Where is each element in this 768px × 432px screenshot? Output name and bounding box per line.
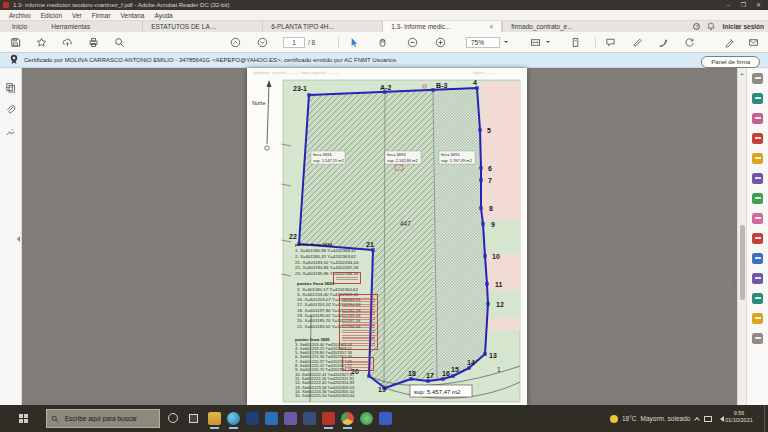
page-thumbnails-icon[interactable] (5, 82, 16, 93)
tab-tools[interactable]: Herramientas (39, 21, 102, 32)
protect-pdf-icon[interactable] (752, 253, 763, 264)
scrollbar-thumb[interactable] (740, 225, 745, 300)
search-tools-icon[interactable] (752, 73, 763, 84)
comment-icon[interactable] (752, 153, 763, 164)
hand-tool-icon[interactable] (377, 37, 388, 48)
tab-close-icon[interactable]: × (489, 21, 493, 32)
clock-time: 9:56 (722, 410, 756, 417)
menu-archivo[interactable]: Archivo (4, 10, 36, 21)
tab-document[interactable]: 6-PLANTA TIPO 4H... (262, 21, 382, 32)
prepare-form-icon[interactable] (752, 273, 763, 284)
zoom-in-icon[interactable] (435, 37, 446, 48)
tab-label: firmado_contrato_e... (511, 21, 614, 32)
select-tool-icon[interactable] (348, 37, 359, 48)
single-page-view-icon[interactable] (570, 37, 581, 48)
sign-in-button[interactable]: Iniciar sesión (722, 23, 764, 30)
organize-pages-icon[interactable] (752, 193, 763, 204)
acrobat-icon[interactable] (322, 412, 335, 425)
taskbar-weather[interactable]: 18°C Mayorm. soleado (610, 405, 690, 432)
tab-document[interactable]: firmado_contrato_e... (502, 21, 622, 32)
pdf-page[interactable]: polígono · parcela ——— finca registral —… (247, 68, 527, 405)
tab-label: 6-PLANTA TIPO 4H... (271, 21, 374, 32)
combine-files-icon[interactable] (752, 173, 763, 184)
cloud-upload-icon[interactable] (62, 37, 73, 48)
scroll-up-icon[interactable] (740, 71, 744, 75)
edit-pdf-icon[interactable] (752, 113, 763, 124)
menu-ventana[interactable]: Ventana (116, 10, 150, 21)
page-number-input[interactable]: 1 (283, 37, 305, 48)
stamp-icon[interactable] (752, 313, 763, 324)
send-share-icon[interactable] (684, 37, 695, 48)
previous-page-icon[interactable] (230, 37, 241, 48)
map-point-11: 11 (495, 281, 503, 288)
bell-icon[interactable] (707, 22, 715, 32)
svg-text:finca 3694: finca 3694 (313, 152, 332, 157)
compress-pdf-icon[interactable] (752, 213, 763, 224)
task-view-icon[interactable] (189, 414, 198, 423)
word-icon[interactable] (246, 412, 259, 425)
whatsapp-icon[interactable] (360, 412, 373, 425)
close-button[interactable]: ✕ (751, 0, 766, 10)
minimize-button[interactable]: – (721, 0, 736, 10)
photos-icon[interactable] (303, 412, 316, 425)
zoom-caret-icon[interactable] (504, 41, 508, 45)
tab-label: ESTATUTOS DE LA ... (151, 21, 254, 32)
collapse-left-panel-icon[interactable] (14, 236, 20, 242)
attachments-icon[interactable] (5, 104, 16, 115)
fill-sign-icon[interactable] (752, 233, 763, 244)
cortana-icon[interactable] (168, 413, 178, 423)
measure-icon[interactable] (752, 293, 763, 304)
mail-icon[interactable] (265, 412, 278, 425)
zoom-level-select[interactable]: 75% (466, 37, 500, 48)
taskbar-search[interactable] (46, 409, 160, 428)
menu-firmar[interactable]: Firmar (87, 10, 116, 21)
search-icon[interactable] (114, 37, 125, 48)
print-icon[interactable] (88, 37, 99, 48)
menu-ver[interactable]: Ver (67, 10, 87, 21)
show-desktop-button[interactable] (764, 405, 768, 432)
maximize-button[interactable]: ❐ (736, 0, 751, 10)
save-icon[interactable] (10, 37, 21, 48)
tab-document[interactable]: ESTATUTOS DE LA ... (142, 21, 262, 32)
edge-icon[interactable] (227, 412, 240, 425)
chrome-icon[interactable] (341, 412, 354, 425)
red-stamp-annotation (342, 357, 374, 371)
map-point-14: 14 (467, 359, 475, 366)
teams-icon[interactable] (379, 412, 392, 425)
network-icon[interactable] (704, 416, 712, 422)
file-explorer-icon[interactable] (208, 412, 221, 425)
menu-edición[interactable]: Edición (36, 10, 67, 21)
create-pdf-icon[interactable] (752, 133, 763, 144)
more-tools-icon[interactable] (752, 333, 763, 344)
star-icon[interactable] (36, 37, 47, 48)
taskbar-clock[interactable]: 9:56 01/10/2021 (722, 410, 756, 424)
north-arrow: Norte (252, 80, 272, 150)
fit-caret-icon[interactable] (546, 41, 550, 45)
next-page-icon[interactable] (257, 37, 268, 48)
map-point-9: 9 (491, 221, 495, 228)
fill-sign-toolbar-icon[interactable] (724, 37, 735, 48)
zoom-out-icon[interactable] (407, 37, 418, 48)
document-scrollbar[interactable] (737, 68, 746, 405)
start-button[interactable] (0, 405, 46, 432)
help-icon[interactable]: ? (693, 23, 700, 30)
menu-ayuda[interactable]: Ayuda (149, 10, 177, 21)
point-row: 15- X=601225,50 Y=4202303,64 (295, 394, 405, 398)
search-input[interactable] (63, 414, 155, 423)
signature-panel-button[interactable]: Panel de firma (701, 56, 760, 68)
ink-sign-icon[interactable] (658, 37, 669, 48)
tab-home[interactable]: Inicio (0, 21, 39, 32)
share-file-icon[interactable] (748, 37, 759, 48)
map-point-4: 4 (473, 79, 477, 86)
signatures-panel-icon[interactable] (5, 126, 16, 137)
comment-tool-icon[interactable] (605, 37, 616, 48)
collapse-right-panel-icon[interactable] (729, 280, 735, 286)
export-pdf-icon[interactable] (752, 93, 763, 104)
certificate-message: Certificado por MOLINA CARRASCO ANTONIO … (24, 57, 398, 63)
tray-expand-icon[interactable] (694, 417, 700, 423)
store-app-icon[interactable] (284, 412, 297, 425)
clock-date: 01/10/2021 (722, 417, 756, 424)
fit-width-icon[interactable] (530, 37, 541, 48)
tab-document[interactable]: 1.3- informe medic...× (382, 21, 502, 32)
highlight-tool-icon[interactable] (632, 37, 643, 48)
